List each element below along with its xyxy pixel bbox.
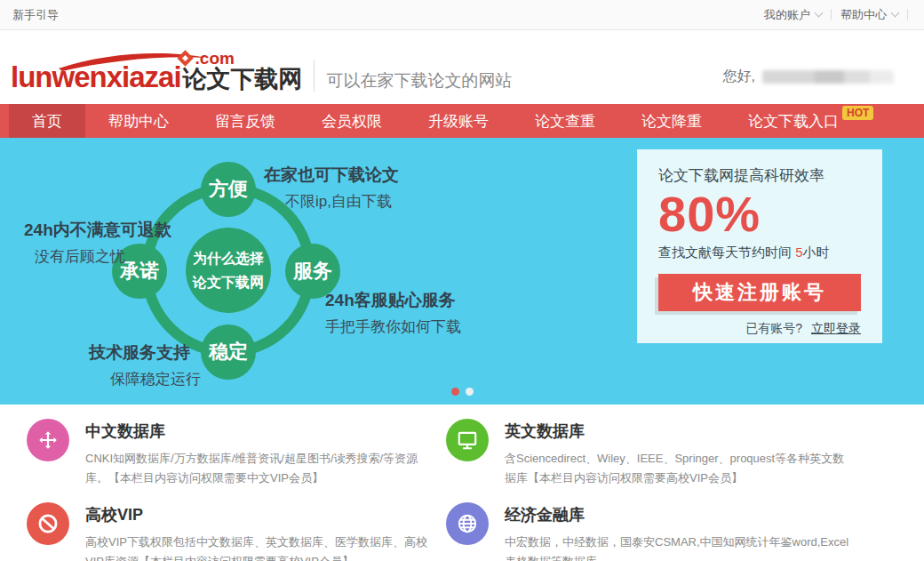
diagram-node-convenient: 方便 <box>201 162 256 217</box>
feature-chinese-database[interactable]: 中文数据库 CNKI知网数据库/万方数据库/维普资讯/超星图书/读秀搜索/等资源… <box>27 419 446 488</box>
feature-title: 高校VIP <box>85 504 434 525</box>
chevron-down-icon <box>891 9 900 18</box>
login-link[interactable]: 立即登录 <box>811 321 861 335</box>
diagram-node-stable: 稳定 <box>201 325 256 380</box>
help-center-label: 帮助中心 <box>840 7 887 23</box>
feature-grid: 中文数据库 CNKI知网数据库/万方数据库/维普资讯/超星图书/读秀搜索/等资源… <box>0 405 924 561</box>
utility-bar-right: 我的账户 帮助中心 <box>755 7 908 23</box>
carousel-dot-2[interactable] <box>466 388 474 396</box>
nav-item-download-entrance[interactable]: 论文下载入口 HOT <box>725 104 896 138</box>
nav-item-membership[interactable]: 会员权限 <box>299 104 405 138</box>
my-account-label: 我的账户 <box>764 7 810 23</box>
feature-desc: CNKI知网数据库/万方数据库/维普资讯/超星图书/读秀搜索/等资源库。【本栏目… <box>85 449 434 488</box>
move-arrows-icon <box>27 419 69 461</box>
diagram-center-circle: 为什么选择 论文下载网 <box>186 228 271 313</box>
user-greeting: 您好, <box>723 68 894 86</box>
masked-username <box>762 70 894 84</box>
feature-title: 经济金融库 <box>505 504 853 525</box>
globe-icon <box>446 502 489 545</box>
hero-banner: 方便 承诺 服务 稳定 为什么选择 论文下载网 在家也可下载论文 不限ip,自由… <box>0 138 924 405</box>
beginner-guide-link[interactable]: 新手引导 <box>12 7 59 23</box>
register-button[interactable]: 快速注册账号 <box>658 274 861 311</box>
nav-item-home[interactable]: 首页 <box>9 104 85 138</box>
utility-bar: 新手引导 我的账户 帮助中心 <box>0 0 924 30</box>
annotation-download-at-home: 在家也可下载论文 不限ip,自由下载 <box>264 164 399 212</box>
feature-desc: 高校VIP下载权限包括中文数据库、英文数据库、医学数据库、高校VIP库资源【本栏… <box>85 533 434 561</box>
feature-title: 英文数据库 <box>505 421 853 442</box>
divider <box>907 9 908 20</box>
feature-economy-finance[interactable]: 经济金融库 中宏数据，中经数据，国泰安CSMAR,中国知网统计年鉴word,Ex… <box>446 502 865 561</box>
site-logo[interactable]: lunwenxiazai .com 论文下载网 可以在家下载论文的网站 <box>11 60 513 92</box>
feature-english-database[interactable]: 英文数据库 含Sciencedirect、Wiley、IEEE、Springer… <box>446 419 865 488</box>
feature-university-vip[interactable]: 高校VIP 高校VIP下载权限包括中文数据库、英文数据库、医学数据库、高校VIP… <box>27 502 446 561</box>
feature-desc: 中宏数据，中经数据，国泰安CSMAR,中国知网统计年鉴word,Excel表格数… <box>505 533 853 561</box>
promo-savings: 查找文献每天节约时间 5小时 <box>658 244 861 261</box>
nav-item-plagiarism-reduce[interactable]: 论文降重 <box>618 104 725 138</box>
chevron-down-icon <box>815 9 824 18</box>
annotation-refund: 24h内不满意可退款 没有后顾之忧 <box>24 219 171 267</box>
main-nav: 首页 帮助中心 留言反馈 会员权限 升级账号 论文查重 论文降重 论文下载入口 … <box>0 104 924 138</box>
nav-item-help-center[interactable]: 帮助中心 <box>85 104 192 138</box>
no-entry-icon <box>27 502 69 545</box>
carousel-dots <box>0 388 924 396</box>
promo-card: 论文下载网提高科研效率 80% 查找文献每天节约时间 5小时 快速注册账号 已有… <box>637 149 882 343</box>
logo-wordmark: lunwenxiazai <box>11 62 181 92</box>
logo-site-name: 论文下载网 <box>183 66 303 92</box>
feature-title: 中文数据库 <box>85 421 434 442</box>
logo-domain: .com <box>195 50 235 67</box>
feature-desc: 含Sciencedirect、Wiley、IEEE、Springer、proqu… <box>505 449 853 488</box>
greeting-label: 您好, <box>723 68 755 86</box>
carousel-dot-1[interactable] <box>451 388 459 396</box>
divider <box>314 60 315 92</box>
login-line: 已有账号? 立即登录 <box>658 321 861 337</box>
hot-badge: HOT <box>842 106 873 120</box>
logo-diamond-icon <box>177 50 193 66</box>
nav-item-feedback[interactable]: 留言反馈 <box>192 104 299 138</box>
logo-sitename-block: .com 论文下载网 <box>183 68 303 92</box>
promo-title: 论文下载网提高科研效率 <box>658 165 861 186</box>
annotation-support-service: 24h客服贴心服务 手把手教你如何下载 <box>325 289 461 337</box>
annotation-tech-support: 技术服务支持 保障稳定运行 <box>89 341 201 389</box>
monitor-icon <box>446 419 489 461</box>
site-tagline: 可以在家下载论文的网站 <box>327 71 513 92</box>
my-account-menu[interactable]: 我的账户 <box>755 7 831 23</box>
help-center-menu[interactable]: 帮助中心 <box>832 7 907 23</box>
site-header: lunwenxiazai .com 论文下载网 可以在家下载论文的网站 您好, <box>0 30 924 104</box>
nav-item-plagiarism-check[interactable]: 论文查重 <box>512 104 618 138</box>
nav-item-upgrade-account[interactable]: 升级账号 <box>405 104 512 138</box>
promo-percent: 80% <box>658 186 861 243</box>
